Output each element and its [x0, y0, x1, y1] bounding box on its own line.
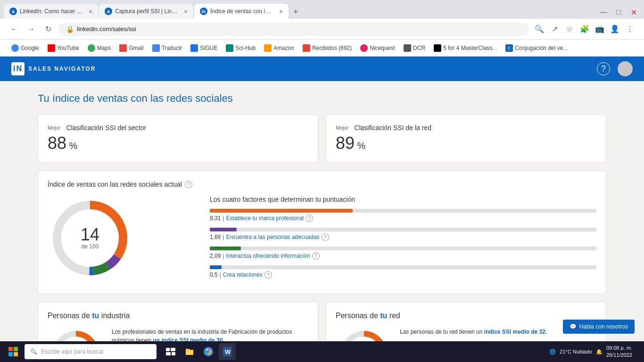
- svg-rect-21: [166, 352, 171, 355]
- sector-ssi-title: Clasificación SSI del sector: [66, 124, 147, 132]
- bookmark-scihub[interactable]: Sci-Hub: [222, 42, 259, 54]
- factor-1-help[interactable]: ?: [305, 214, 313, 222]
- taskbar-apps: W: [162, 343, 236, 360]
- network-icon: 🌐: [549, 349, 556, 355]
- bookmark-gmail[interactable]: Gmail: [116, 42, 147, 54]
- file-explorer-button[interactable]: [181, 343, 198, 360]
- top-cards: Mejor Clasificación SSI del sector 88 % …: [38, 114, 606, 163]
- svg-rect-19: [166, 348, 170, 351]
- tab-1[interactable]: a LinkedIn: Como hacer que tu per ✕: [4, 4, 98, 19]
- bookmark-amazon[interactable]: Amazon: [260, 42, 298, 54]
- bookmark-masterclass[interactable]: 5 for 4 MasterClass...: [430, 42, 501, 54]
- factor-2-bar-bg: [210, 228, 596, 231]
- svg-rect-20: [171, 348, 175, 351]
- ssi-left-panel: 14 de 100: [48, 196, 198, 284]
- factor-1-bar-bg: [210, 209, 596, 213]
- sector-ssi-value: 88 %: [48, 133, 308, 153]
- profile-icon[interactable]: 👤: [608, 23, 621, 36]
- tab-1-close[interactable]: ✕: [89, 9, 92, 14]
- url-bar[interactable]: 🔒 linkedin.com/sales/ssi: [58, 23, 529, 36]
- bookmark-traducir[interactable]: Traducir: [149, 42, 186, 54]
- bookmarks-bar: Google YouTube Maps Gmail Traducir SIGUE…: [0, 40, 644, 57]
- url-text: linkedin.com/sales/ssi: [77, 25, 136, 33]
- new-tab-button[interactable]: +: [289, 5, 302, 19]
- factor-1-label: 9,31 | Establece tu marca profesional ?: [210, 214, 596, 222]
- ssi-score-center: 14 de 100: [81, 226, 99, 250]
- back-button[interactable]: ←: [8, 23, 21, 36]
- browser-frame: a LinkedIn: Como hacer que tu per ✕ a Ca…: [0, 0, 644, 57]
- taskbar-tray: 🌐 21°C Nublado 🔔 09:08 p. m. 28/11/2022: [549, 345, 640, 359]
- bookmark-icon[interactable]: ☆: [563, 23, 576, 36]
- search-icon: 🔍: [30, 348, 37, 355]
- start-button[interactable]: [4, 343, 23, 360]
- tab-3[interactable]: in Índice de ventas con las redes so ✕: [194, 4, 289, 19]
- factor-4-label: 0,5 | Crea relaciones ?: [210, 271, 596, 279]
- sector-ssi-card: Mejor Clasificación SSI del sector 88 %: [38, 114, 318, 163]
- factor-4-bar-bg: [210, 265, 596, 269]
- weather-info: 21°C Nublado: [560, 349, 592, 354]
- linkedin-icon: in: [11, 62, 25, 75]
- svg-rect-16: [14, 347, 18, 351]
- user-avatar[interactable]: [618, 61, 633, 76]
- search-icon[interactable]: 🔍: [533, 23, 546, 36]
- ssi-current-card: Índice de ventas con las redes sociales …: [38, 171, 606, 294]
- bookmark-recibidos[interactable]: Recibidos (692): [299, 42, 355, 54]
- mejor-sector-label: Mejor: [48, 125, 61, 131]
- bookmark-google[interactable]: Google: [8, 42, 43, 54]
- tab-bar: a LinkedIn: Como hacer que tu per ✕ a Ca…: [0, 0, 644, 19]
- tab-2[interactable]: a Captura perfil SSI | LinkedIn: Con ✕: [99, 4, 193, 19]
- svg-text:W: W: [225, 348, 231, 355]
- help-button[interactable]: ?: [597, 62, 610, 75]
- page-title: Tu índice de ventas con las redes social…: [38, 92, 606, 105]
- factor-2: 1,66 | Encuentra a las personas adecuada…: [210, 228, 596, 241]
- factor-1: 9,31 | Establece tu marca profesional ?: [210, 209, 596, 222]
- close-button[interactable]: ✕: [627, 6, 640, 19]
- factor-2-bar-fill: [210, 228, 237, 231]
- browser-actions: 🔍 ↗ ☆ 🧩 📺 👤 ⋮: [533, 23, 636, 36]
- ssi-card-inner: 14 de 100 Los cuatro factores que determ…: [48, 196, 596, 284]
- svg-rect-15: [8, 347, 13, 351]
- refresh-button[interactable]: ↻: [41, 23, 55, 36]
- bookmark-youtube[interactable]: YouTube: [44, 42, 83, 54]
- network-ssi-card: Mejor Clasificación SSI de la red 89 %: [326, 114, 606, 163]
- tab-2-close[interactable]: ✕: [184, 9, 188, 14]
- taskbar-search[interactable]: 🔍 Escribe aquí para buscar: [25, 344, 157, 359]
- factor-3: 2,09 | Interactúa ofreciendo información…: [210, 247, 596, 260]
- bookmark-conjugacion[interactable]: C Conjugación del ve...: [502, 42, 571, 54]
- bookmark-ocr[interactable]: OCR: [400, 42, 429, 54]
- network-ssi-value: 89 %: [336, 133, 596, 153]
- ssi-help-icon[interactable]: ?: [185, 181, 192, 188]
- share-icon[interactable]: ↗: [548, 23, 561, 36]
- chrome-button[interactable]: [200, 343, 217, 360]
- extensions-icon[interactable]: 🧩: [578, 23, 591, 36]
- factor-3-help[interactable]: ?: [312, 252, 320, 260]
- factor-3-bar-bg: [210, 247, 596, 250]
- address-bar: ← → ↻ 🔒 linkedin.com/sales/ssi 🔍 ↗ ☆ 🧩 📺…: [0, 19, 644, 40]
- notification-icon: 🔔: [596, 349, 603, 355]
- taskview-button[interactable]: [162, 343, 179, 360]
- tab-3-close[interactable]: ✕: [279, 9, 283, 14]
- ssi-factors-panel: Los cuatro factores que determinan tu pu…: [198, 196, 596, 284]
- bookmark-sigue[interactable]: SIGUE: [187, 42, 221, 54]
- taskbar: 🔍 Escribe aquí para buscar: [0, 341, 644, 362]
- svg-rect-22: [172, 352, 175, 355]
- forward-button[interactable]: →: [25, 23, 38, 36]
- factor-4-help[interactable]: ?: [264, 271, 272, 279]
- factor-2-help[interactable]: ?: [322, 233, 329, 241]
- ln-header: in SALES NAVIGATOR ?: [0, 57, 644, 81]
- network-card-title: Personas de tu red: [336, 312, 596, 320]
- menu-icon[interactable]: ⋮: [623, 23, 636, 36]
- ln-header-actions: ?: [597, 61, 633, 76]
- minimize-button[interactable]: —: [597, 6, 610, 19]
- bookmark-maps[interactable]: Maps: [84, 42, 115, 54]
- word-button[interactable]: W: [219, 343, 236, 360]
- taskbar-clock: 09:08 p. m. 28/11/2022: [606, 345, 632, 359]
- maximize-button[interactable]: □: [612, 6, 625, 19]
- factor-1-bar-fill: [210, 209, 353, 213]
- chat-button[interactable]: 💬 Habla con nosotros: [563, 320, 635, 334]
- cast-icon[interactable]: 📺: [593, 23, 606, 36]
- main-content: Tu índice de ventas con las redes social…: [0, 81, 644, 362]
- chat-icon: 💬: [570, 323, 577, 330]
- bookmark-nicequest[interactable]: Nicequest: [356, 42, 398, 54]
- svg-rect-18: [14, 352, 18, 356]
